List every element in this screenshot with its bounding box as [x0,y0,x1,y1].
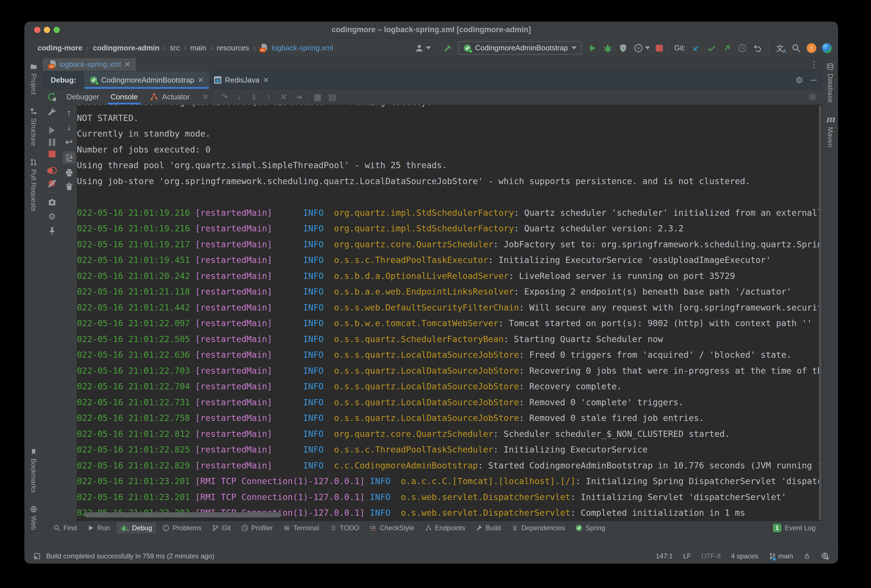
tab-debugger[interactable]: Debugger [61,89,105,105]
git-push-button[interactable] [722,43,732,53]
breadcrumb-item[interactable]: src [170,43,180,52]
debug-button[interactable] [603,43,612,53]
history-icon[interactable] [738,43,747,53]
run-configuration-selector[interactable]: CodingmoreAdminBootstrap [458,41,582,55]
pin-icon[interactable] [47,226,57,236]
tool-button-debug[interactable]: Debug [117,522,156,533]
gear-icon[interactable]: ⚙ [48,211,56,221]
close-tab-icon[interactable]: ✕ [263,76,269,85]
sidebar-item-bookmarks[interactable]: Bookmarks [30,448,37,493]
lock-icon[interactable] [803,552,811,560]
step-over-icon[interactable]: ↓ [234,92,244,102]
gear-icon[interactable]: ⚙ [796,75,803,85]
resume-program-icon[interactable] [49,127,55,134]
titlebar[interactable]: codingmore – logback-spring.xml [codingm… [24,22,838,38]
git-commit-button[interactable] [707,43,717,53]
git-branch-widget[interactable]: main [769,552,793,560]
debug-session-tab-CodingmoreAdminBootstrap[interactable]: CodingmoreAdminBootstrap✕ [84,71,209,89]
run-to-cursor-icon[interactable]: ⇥ [293,92,304,102]
debug-session-tab-RedisJava[interactable]: RedisJava✕ [209,71,274,89]
down-stack-icon[interactable]: ↓ [67,122,72,133]
restore-layout-icon[interactable]: ⊞ [807,92,818,102]
breadcrumb-item[interactable]: main [190,43,206,52]
horizontal-scrollbar[interactable] [85,512,281,518]
plugin-update-icon[interactable]: ↑ [807,43,816,53]
event-log-button[interactable]: 1 Event Log [773,524,816,532]
profiler-button[interactable] [634,43,650,53]
zoom-window-button[interactable] [54,27,60,33]
build-project-button[interactable] [443,43,452,53]
breadcrumb-item[interactable]: codingmore-admin [93,43,159,52]
vertical-scrollbar[interactable] [819,105,822,520]
status-message[interactable]: Build completed successfully in 759 ms (… [46,552,214,560]
line-separator[interactable]: LF [683,552,691,560]
tab-actuator[interactable]: Actuator [144,89,196,105]
breadcrumb-file[interactable]: logback-spring.xml [272,43,333,52]
sidebar-item-database[interactable]: Database [826,63,834,103]
indent-setting[interactable]: 4 spaces [731,552,758,560]
sidebar-item-pull-requests[interactable]: Pull Requests [30,158,37,211]
step-out-icon[interactable]: ↑ [263,92,274,102]
tool-button-spring[interactable]: Spring [572,522,609,533]
stop-process-icon[interactable] [49,151,55,157]
step-into-icon[interactable]: ⇓ [248,92,259,102]
search-everywhere-button[interactable] [791,43,801,53]
editor-tab-logback-spring[interactable]: <> logback-spring.xml ✕ [43,58,137,71]
caret-position[interactable]: 147:1 [656,552,673,560]
close-window-button[interactable] [34,27,40,33]
rollback-button[interactable] [753,43,763,53]
translate-icon[interactable]: 文A [774,43,786,53]
tab-options-icon[interactable]: ⋮ [810,60,818,69]
log-message: : LiveReload server is running on port 3… [509,271,735,281]
hide-tool-windows-icon[interactable] [33,552,41,560]
tool-button-profiler[interactable]: Profiler [237,522,277,533]
tool-button-todo[interactable]: TODO [326,522,363,533]
rerun-application-button[interactable] [43,92,61,102]
tool-button-run[interactable]: Run [84,522,114,533]
close-tab-icon[interactable]: ✕ [124,60,131,69]
sidebar-item-project[interactable]: Project [30,63,37,95]
breadcrumb-item[interactable]: coding-more [37,43,82,52]
run-with-coverage-button[interactable] [618,43,628,53]
close-tab-icon[interactable]: ✕ [198,76,204,85]
tool-button-terminal[interactable]: Terminal [280,522,323,533]
scroll-to-end-icon[interactable] [63,151,76,164]
tool-button-dependencies[interactable]: Dependencies [507,522,569,533]
run-button[interactable] [588,43,597,53]
mute-breakpoints-icon[interactable] [48,179,56,188]
tool-button-problems[interactable]: Problems [159,522,205,533]
tool-button-label: Endpoints [435,524,465,532]
tool-button-git[interactable]: Git [208,522,235,533]
tool-button-find[interactable]: Find [49,522,81,533]
sidebar-item-web[interactable]: Web [30,505,37,530]
tool-button-checkstyle[interactable]: CSCheckStyle [366,522,418,533]
minimize-window-button[interactable] [44,27,50,33]
clear-all-icon[interactable] [64,182,74,191]
user-avatar-button[interactable] [415,43,431,53]
up-stack-icon[interactable]: ↑ [67,108,72,118]
wrench-icon[interactable] [47,108,57,117]
sidebar-item-maven[interactable]: mMaven [826,114,835,147]
layout-settings-icon[interactable]: ≡ [200,92,211,102]
drop-frame-icon[interactable]: ✕ [278,92,289,102]
settings-list-icon[interactable]: ▤ [327,92,338,102]
soft-wrap-icon[interactable]: ↩ [65,137,73,147]
git-update-button[interactable] [691,43,701,53]
code-with-me-status-icon[interactable] [821,552,829,560]
hide-panel-icon[interactable]: ─ [811,75,817,85]
tab-console[interactable]: Console [105,89,143,105]
tool-button-endpoints[interactable]: Endpoints [421,522,469,533]
tool-button-build[interactable]: Build [471,522,504,533]
sidebar-item-structure[interactable]: Structure [30,107,37,146]
evaluate-expression-icon[interactable]: ▦ [312,92,323,102]
code-with-me-icon[interactable] [822,43,832,53]
view-breakpoints-icon[interactable] [47,167,57,175]
file-encoding[interactable]: UTF-8 [701,552,721,560]
show-execution-point-icon[interactable]: ↷ [219,92,230,102]
stop-button[interactable] [656,45,663,51]
camera-icon[interactable] [47,197,57,207]
print-icon[interactable] [64,168,74,178]
pause-program-icon[interactable] [49,139,55,146]
console-output[interactable]: Scheduler class: 'org.quartz.core.Quartz… [77,105,822,521]
breadcrumb-item[interactable]: resources [217,43,249,52]
